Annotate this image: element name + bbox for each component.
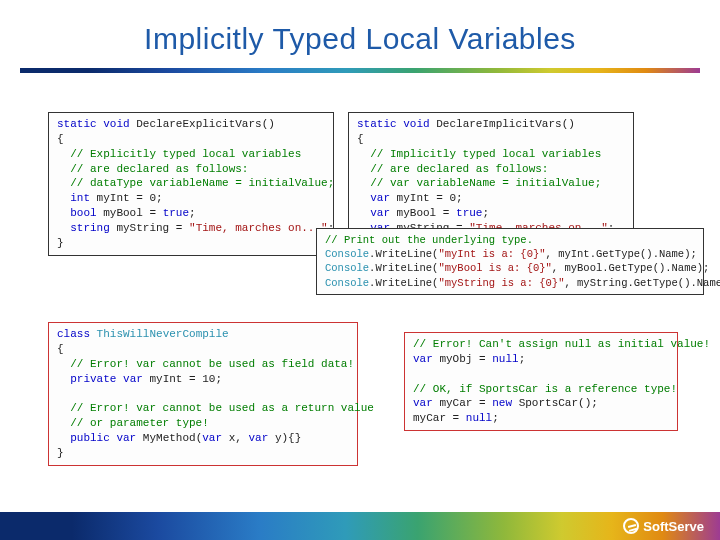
brand-logo-text: SoftServe bbox=[643, 519, 704, 534]
slide-title: Implicitly Typed Local Variables bbox=[0, 0, 720, 68]
brand-logo: SoftServe bbox=[623, 518, 704, 534]
footer-bar: SoftServe bbox=[0, 512, 720, 540]
code-box-null-error: // Error! Can't assign null as initial v… bbox=[404, 332, 678, 431]
code-box-will-not-compile: class ThisWillNeverCompile { // Error! v… bbox=[48, 322, 358, 466]
slide-title-text: Implicitly Typed Local Variables bbox=[144, 22, 576, 55]
brand-logo-icon bbox=[623, 518, 639, 534]
title-separator bbox=[20, 68, 700, 73]
code-box-explicit: static void DeclareExplicitVars() { // E… bbox=[48, 112, 334, 256]
code-box-print: // Print out the underlying type. Consol… bbox=[316, 228, 704, 295]
